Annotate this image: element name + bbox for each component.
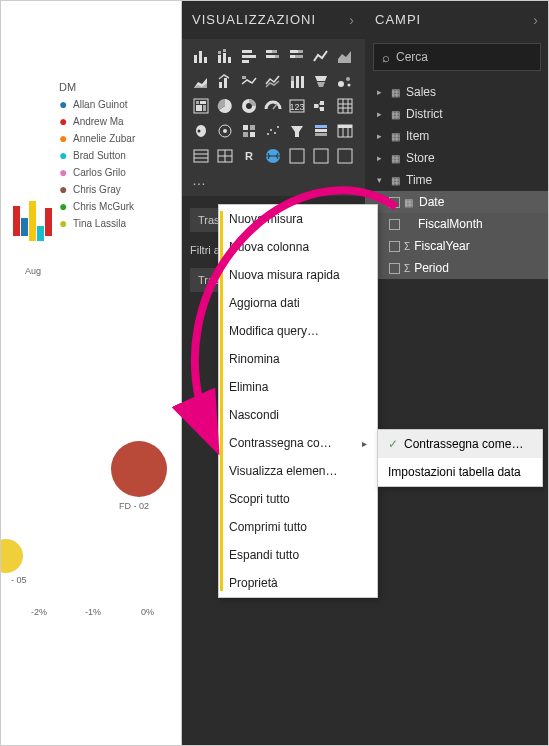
viz-type-icon[interactable] [190,70,212,92]
viz-type-icon[interactable] [214,120,236,142]
context-menu-item-label: Proprietà [229,576,278,590]
viz-type-icon[interactable] [190,120,212,142]
viz-type-icon[interactable] [310,45,332,67]
visualization-more-icon[interactable]: … [182,169,365,196]
context-menu-item[interactable]: Rinomina [219,345,377,373]
table-sales[interactable]: ▸▦Sales [365,81,549,103]
field-period[interactable]: ΣPeriod [365,257,549,279]
viz-type-icon[interactable] [262,95,284,117]
context-menu-item[interactable]: Nascondi [219,401,377,429]
legend-bullet-icon: ● [59,96,69,113]
field-fiscalyear[interactable]: ΣFiscalYear [365,235,549,257]
viz-type-icon[interactable] [238,45,260,67]
viz-type-icon[interactable] [262,120,284,142]
viz-type-icon[interactable]: 123 [286,95,308,117]
svg-rect-4 [218,51,221,54]
table-icon: ▦ [391,87,400,98]
chevron-down-icon: ▾ [377,175,387,185]
svg-rect-37 [196,105,202,111]
viz-type-icon[interactable] [214,45,236,67]
legend-item-label: Annelie Zubar [73,130,135,147]
legend-item[interactable]: ●Brad Sutton [59,147,135,164]
viz-type-icon[interactable] [310,120,332,142]
legend-item[interactable]: ●Annelie Zubar [59,130,135,147]
viz-type-icon[interactable] [286,145,308,167]
viz-type-icon[interactable] [190,145,212,167]
viz-type-icon[interactable] [190,45,212,67]
viz-type-icon[interactable] [310,145,332,167]
svg-point-61 [267,133,269,135]
svg-rect-12 [272,50,277,53]
svg-rect-35 [196,101,199,104]
context-menu-item[interactable]: Contrassegna co…▸ [219,429,377,457]
fields-header[interactable]: CAMPI › [365,1,549,39]
viz-type-icon[interactable] [310,95,332,117]
viz-type-icon[interactable] [214,145,236,167]
checkbox[interactable] [389,241,400,252]
context-menu-item[interactable]: Visualizza elemen… [219,457,377,485]
visualizations-header[interactable]: VISUALIZZAZIONI › [182,1,365,39]
svg-point-64 [277,126,279,128]
viz-type-icon[interactable] [310,70,332,92]
viz-type-icon[interactable] [334,95,356,117]
context-menu-item[interactable]: Proprietà [219,569,377,597]
visualizations-title: VISUALIZZAZIONI [192,1,316,39]
context-menu-item[interactable]: Comprimi tutto [219,513,377,541]
viz-type-icon[interactable] [334,45,356,67]
viz-type-icon[interactable] [286,70,308,92]
context-menu-item[interactable]: Elimina [219,373,377,401]
checkbox[interactable] [389,219,400,230]
svg-point-56 [223,129,227,133]
submenu-date-table-settings[interactable]: Impostazioni tabella data [378,458,542,486]
legend-item[interactable]: ●Andrew Ma [59,113,135,130]
chevron-right-icon[interactable]: › [349,1,355,39]
table-icon: ▦ [391,109,400,120]
search-input[interactable]: ⌕ Cerca [373,43,541,71]
table-time[interactable]: ▾▦Time [365,169,549,191]
viz-type-icon[interactable] [262,70,284,92]
context-menu-item[interactable]: Nuova colonna [219,233,377,261]
fields-pane: CAMPI › ⌕ Cerca ▸▦Sales ▸▦District ▸▦Ite… [365,1,549,745]
chevron-right-icon[interactable]: › [533,1,539,39]
context-menu-item[interactable]: Nuova misura [219,205,377,233]
report-canvas[interactable]: DM ●Allan Guinot●Andrew Ma●Annelie Zubar… [1,1,181,745]
legend-bullet-icon: ● [59,113,69,130]
viz-type-icon[interactable] [214,95,236,117]
context-menu-item-label: Nuova colonna [229,240,309,254]
viz-type-icon[interactable] [238,70,260,92]
viz-type-icon[interactable] [190,95,212,117]
chevron-right-icon: ▸ [377,153,387,163]
svg-point-63 [274,132,276,134]
context-menu-item[interactable]: Scopri tutto [219,485,377,513]
viz-type-icon[interactable] [286,120,308,142]
svg-marker-19 [338,51,351,63]
checkbox[interactable] [389,197,400,208]
viz-type-icon[interactable] [238,120,260,142]
viz-type-icon[interactable] [214,70,236,92]
viz-type-icon[interactable] [262,145,284,167]
legend-item[interactable]: ●Allan Guinot [59,96,135,113]
bubble-label-fd05: - 05 [11,575,27,585]
submenu-mark-as[interactable]: ✓Contrassegna come… [378,430,542,458]
viz-type-icon[interactable]: R [238,145,260,167]
context-menu-item[interactable]: Modifica query… [219,317,377,345]
viz-type-icon[interactable] [334,145,356,167]
table-store[interactable]: ▸▦Store [365,147,549,169]
viz-type-icon[interactable] [334,120,356,142]
viz-type-icon[interactable] [238,95,260,117]
context-menu-item-label: Scopri tutto [229,492,290,506]
legend-item[interactable]: ●Carlos Grilo [59,164,135,181]
svg-rect-67 [315,129,327,132]
svg-rect-57 [243,125,248,130]
checkbox[interactable] [389,263,400,274]
field-fiscalmonth[interactable]: FiscalMonth [365,213,549,235]
table-item[interactable]: ▸▦Item [365,125,549,147]
viz-type-icon[interactable] [286,45,308,67]
context-menu-item[interactable]: Nuova misura rapida [219,261,377,289]
context-menu-item[interactable]: Espandi tutto [219,541,377,569]
context-menu-item[interactable]: Aggiorna dati [219,289,377,317]
table-district[interactable]: ▸▦District [365,103,549,125]
viz-type-icon[interactable] [262,45,284,67]
viz-type-icon[interactable] [334,70,356,92]
field-date[interactable]: ▦Date [365,191,549,213]
